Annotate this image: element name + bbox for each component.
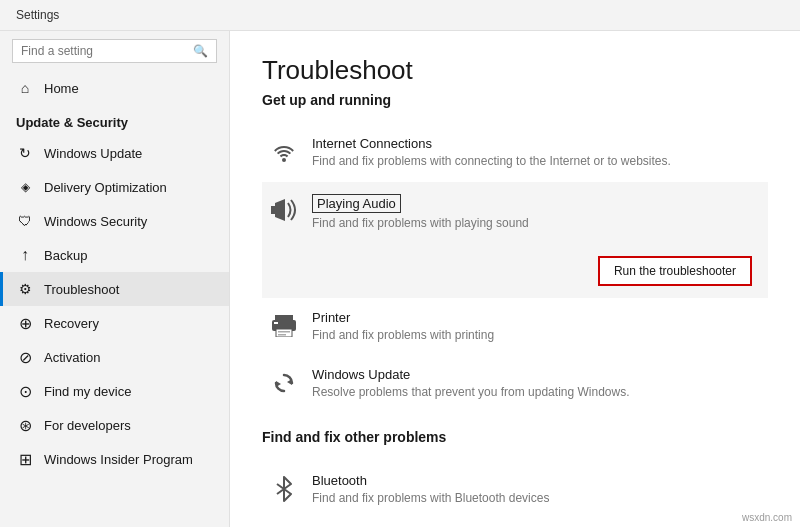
title-bar: Settings [0, 0, 800, 31]
svg-marker-10 [276, 381, 281, 387]
bluetooth-desc: Find and fix problems with Bluetooth dev… [312, 490, 760, 507]
svg-rect-6 [276, 329, 292, 337]
sidebar: 🔍 ⌂ Home Update & Security ↻ Windows Upd… [0, 31, 230, 527]
backup-icon: ↑ [16, 246, 34, 264]
search-input[interactable] [21, 44, 193, 58]
sidebar-item-windows-insider[interactable]: ⊞ Windows Insider Program [0, 442, 229, 476]
printer-title: Printer [312, 310, 760, 325]
sidebar-item-troubleshoot[interactable]: ⚙ Troubleshoot [0, 272, 229, 306]
run-button-container: Run the troubleshooter [270, 246, 760, 298]
section1-title: Get up and running [262, 92, 768, 108]
search-icon: 🔍 [193, 44, 208, 58]
title-bar-label: Settings [16, 8, 59, 22]
recovery-icon: ⊕ [16, 314, 34, 332]
sidebar-item-for-developers[interactable]: ⊛ For developers [0, 408, 229, 442]
svg-point-0 [282, 158, 286, 162]
security-icon: 🛡 [16, 212, 34, 230]
bluetooth-title: Bluetooth [312, 473, 760, 488]
svg-marker-9 [287, 379, 292, 385]
home-icon: ⌂ [16, 79, 34, 97]
sidebar-item-find-my-device[interactable]: ⊙ Find my device [0, 374, 229, 408]
printer-icon [270, 312, 298, 340]
update-icon: ↻ [16, 144, 34, 162]
search-box[interactable]: 🔍 [12, 39, 217, 63]
svg-rect-5 [274, 322, 278, 324]
troubleshoot-item-printer[interactable]: Printer Find and fix problems with print… [262, 298, 768, 356]
printer-desc: Find and fix problems with printing [312, 327, 760, 344]
sidebar-item-label: Backup [44, 248, 87, 263]
developers-icon: ⊛ [16, 416, 34, 434]
troubleshoot-icon: ⚙ [16, 280, 34, 298]
sidebar-item-label: Recovery [44, 316, 99, 331]
svg-rect-1 [271, 206, 275, 214]
sidebar-item-home[interactable]: ⌂ Home [0, 71, 229, 105]
main-content: Troubleshoot Get up and running Internet… [230, 31, 800, 527]
sidebar-item-label: Find my device [44, 384, 131, 399]
sidebar-item-activation[interactable]: ⊘ Activation [0, 340, 229, 374]
playing-audio-desc: Find and fix problems with playing sound [312, 215, 760, 232]
troubleshoot-item-internet[interactable]: Internet Connections Find and fix proble… [262, 124, 768, 182]
page-title: Troubleshoot [262, 55, 768, 86]
sidebar-item-recovery[interactable]: ⊕ Recovery [0, 306, 229, 340]
sidebar-item-label: Windows Insider Program [44, 452, 193, 467]
sidebar-item-label: For developers [44, 418, 131, 433]
bluetooth-icon [270, 475, 298, 503]
playing-audio-title: Playing Audio [312, 194, 401, 213]
sidebar-item-label: Delivery Optimization [44, 180, 167, 195]
wifi-icon [270, 138, 298, 166]
sidebar-item-windows-security[interactable]: 🛡 Windows Security [0, 204, 229, 238]
watermark: wsxdn.com [742, 512, 792, 523]
svg-rect-3 [275, 315, 293, 320]
audio-item-row: Playing Audio Find and fix problems with… [270, 194, 760, 232]
troubleshoot-item-audio[interactable]: Playing Audio Find and fix problems with… [262, 182, 768, 298]
sidebar-item-label: Home [44, 81, 79, 96]
playing-audio-text: Playing Audio Find and fix problems with… [312, 194, 760, 232]
sidebar-item-label: Windows Security [44, 214, 147, 229]
sidebar-item-windows-update[interactable]: ↻ Windows Update [0, 136, 229, 170]
windows-update-icon [270, 369, 298, 397]
sidebar-item-label: Troubleshoot [44, 282, 119, 297]
section2-title: Find and fix other problems [262, 429, 768, 445]
sidebar-item-delivery-optimization[interactable]: ◈ Delivery Optimization [0, 170, 229, 204]
insider-icon: ⊞ [16, 450, 34, 468]
delivery-icon: ◈ [16, 178, 34, 196]
troubleshoot-item-windows-update[interactable]: Windows Update Resolve problems that pre… [262, 355, 768, 413]
audio-icon [270, 196, 298, 224]
svg-marker-2 [275, 199, 285, 221]
internet-connections-title: Internet Connections [312, 136, 760, 151]
internet-connections-desc: Find and fix problems with connecting to… [312, 153, 760, 170]
printer-text: Printer Find and fix problems with print… [312, 310, 760, 344]
svg-rect-8 [278, 334, 286, 336]
troubleshoot-item-incoming[interactable]: ( ) Incoming Connections Find and fix pr… [262, 519, 768, 527]
windows-update-title: Windows Update [312, 367, 760, 382]
find-device-icon: ⊙ [16, 382, 34, 400]
bluetooth-text: Bluetooth Find and fix problems with Blu… [312, 473, 760, 507]
run-troubleshooter-button[interactable]: Run the troubleshooter [598, 256, 752, 286]
activation-icon: ⊘ [16, 348, 34, 366]
windows-update-desc: Resolve problems that prevent you from u… [312, 384, 760, 401]
sidebar-item-backup[interactable]: ↑ Backup [0, 238, 229, 272]
sidebar-section-header: Update & Security [0, 105, 229, 136]
sidebar-item-label: Windows Update [44, 146, 142, 161]
windows-update-text: Windows Update Resolve problems that pre… [312, 367, 760, 401]
svg-rect-7 [278, 331, 290, 333]
troubleshoot-item-bluetooth[interactable]: Bluetooth Find and fix problems with Blu… [262, 461, 768, 519]
main-container: 🔍 ⌂ Home Update & Security ↻ Windows Upd… [0, 31, 800, 527]
internet-connections-text: Internet Connections Find and fix proble… [312, 136, 760, 170]
sidebar-item-label: Activation [44, 350, 100, 365]
